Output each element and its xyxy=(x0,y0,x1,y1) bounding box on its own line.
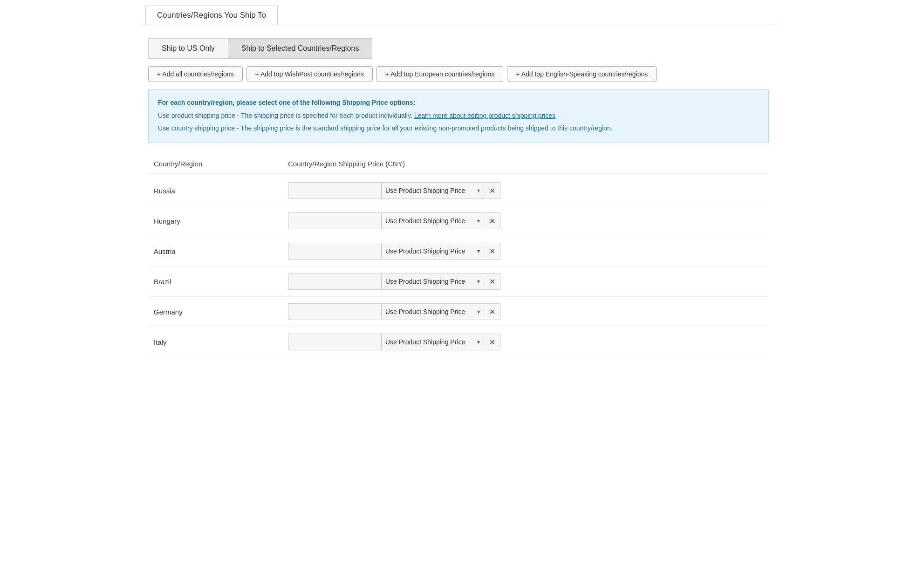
price-control: Use Product Shipping PriceUse Country Sh… xyxy=(288,334,500,350)
add-buttons-section: + Add all countries/regions + Add top Wi… xyxy=(148,66,769,82)
price-select[interactable]: Use Product Shipping PriceUse Country Sh… xyxy=(381,334,484,350)
add-english-button[interactable]: + Add top English-Speaking countries/reg… xyxy=(507,66,657,82)
col-price-header: Country/Region Shipping Price (CNY) xyxy=(288,160,405,168)
info-line2: Use country shipping price - The shippin… xyxy=(158,123,759,133)
price-select[interactable]: Use Product Shipping PriceUse Country Sh… xyxy=(381,303,484,320)
learn-more-link[interactable]: Learn more about editing product shippin… xyxy=(414,112,556,119)
price-control: Use Product Shipping PriceUse Country Sh… xyxy=(288,182,500,199)
ship-selected-button[interactable]: Ship to Selected Countries/Regions xyxy=(228,38,373,59)
select-wrapper: Use Product Shipping PriceUse Country Sh… xyxy=(381,334,484,350)
select-wrapper: Use Product Shipping PriceUse Country Sh… xyxy=(381,243,484,260)
select-wrapper: Use Product Shipping PriceUse Country Sh… xyxy=(381,182,484,199)
add-european-button[interactable]: + Add top European countries/regions xyxy=(376,66,504,82)
table-row: Germany Use Product Shipping PriceUse Co… xyxy=(148,297,769,327)
page-title: Countries/Regions You Ship To xyxy=(157,11,266,20)
table-header: Country/Region Country/Region Shipping P… xyxy=(148,156,769,174)
country-name: Italy xyxy=(148,338,288,346)
remove-country-button[interactable]: ✕ xyxy=(484,182,500,199)
table-row: Russia Use Product Shipping PriceUse Cou… xyxy=(148,176,769,206)
country-name: Brazil xyxy=(148,278,288,286)
remove-country-button[interactable]: ✕ xyxy=(484,273,500,290)
price-control: Use Product Shipping PriceUse Country Sh… xyxy=(288,273,500,290)
ship-mode-section: Ship to US Only Ship to Selected Countri… xyxy=(148,38,769,59)
price-control: Use Product Shipping PriceUse Country Sh… xyxy=(288,303,500,320)
price-select[interactable]: Use Product Shipping PriceUse Country Sh… xyxy=(381,243,484,260)
remove-country-button[interactable]: ✕ xyxy=(484,212,500,229)
price-select[interactable]: Use Product Shipping PriceUse Country Sh… xyxy=(381,273,484,290)
country-name: Russia xyxy=(148,187,288,195)
country-rows-container: Russia Use Product Shipping PriceUse Cou… xyxy=(148,176,769,357)
price-input[interactable] xyxy=(288,273,381,290)
price-input[interactable] xyxy=(288,303,381,320)
select-wrapper: Use Product Shipping PriceUse Country Sh… xyxy=(381,303,484,320)
country-name: Hungary xyxy=(148,217,288,225)
country-name: Germany xyxy=(148,308,288,316)
price-select[interactable]: Use Product Shipping PriceUse Country Sh… xyxy=(381,212,484,229)
table-row: Italy Use Product Shipping PriceUse Coun… xyxy=(148,327,769,357)
price-control: Use Product Shipping PriceUse Country Sh… xyxy=(288,243,500,260)
add-wishpost-button[interactable]: + Add top WishPost countries/regions xyxy=(246,66,373,82)
info-box: For each country/region, please select o… xyxy=(148,89,769,143)
info-line1: Use product shipping price - The shippin… xyxy=(158,110,759,121)
info-title: For each country/region, please select o… xyxy=(158,97,759,108)
country-name: Austria xyxy=(148,247,288,255)
add-all-button[interactable]: + Add all countries/regions xyxy=(148,66,243,82)
table-section: Country/Region Country/Region Shipping P… xyxy=(148,156,769,357)
ship-us-only-button[interactable]: Ship to US Only xyxy=(148,38,228,59)
table-row: Austria Use Product Shipping PriceUse Co… xyxy=(148,236,769,267)
price-input[interactable] xyxy=(288,334,381,350)
select-wrapper: Use Product Shipping PriceUse Country Sh… xyxy=(381,212,484,229)
remove-country-button[interactable]: ✕ xyxy=(484,334,500,350)
table-row: Brazil Use Product Shipping PriceUse Cou… xyxy=(148,267,769,297)
remove-country-button[interactable]: ✕ xyxy=(484,303,500,320)
remove-country-button[interactable]: ✕ xyxy=(484,243,500,260)
price-input[interactable] xyxy=(288,243,381,260)
page-container: Countries/Regions You Ship To Ship to US… xyxy=(140,0,777,357)
title-tab: Countries/Regions You Ship To xyxy=(145,6,278,25)
table-row: Hungary Use Product Shipping PriceUse Co… xyxy=(148,206,769,236)
price-input[interactable] xyxy=(288,182,381,199)
price-control: Use Product Shipping PriceUse Country Sh… xyxy=(288,212,500,229)
price-input[interactable] xyxy=(288,212,381,229)
col-country-header: Country/Region xyxy=(148,160,288,168)
price-select[interactable]: Use Product Shipping PriceUse Country Sh… xyxy=(381,182,484,199)
select-wrapper: Use Product Shipping PriceUse Country Sh… xyxy=(381,273,484,290)
